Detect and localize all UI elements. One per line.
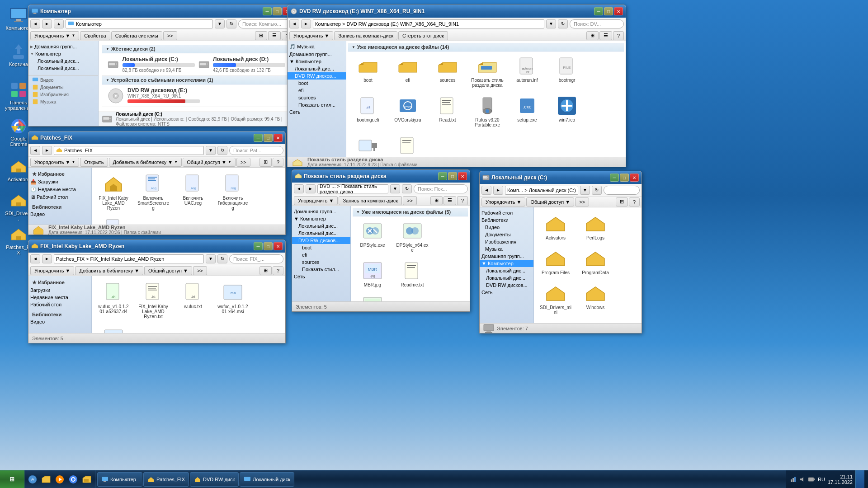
- up-button[interactable]: ▲: [54, 19, 64, 28]
- forward-button[interactable]: ►: [42, 19, 52, 28]
- forward-button[interactable]: ►: [306, 184, 316, 193]
- minimize-button[interactable]: ─: [263, 7, 272, 15]
- sidebar-local-c[interactable]: Локальный дис...: [480, 267, 533, 274]
- patches-item-1[interactable]: .reg Включить SmartScreen.reg: [135, 171, 171, 212]
- dvd-item-boot[interactable]: boot: [350, 53, 386, 89]
- sidebar-music[interactable]: 🎵 Музыка: [288, 43, 346, 51]
- sidebar-efi[interactable]: efi: [292, 251, 350, 258]
- sidebar-images[interactable]: Изображения: [480, 238, 533, 245]
- drive-dvd[interactable]: DVD RW дисковод (E:) WIN7_X86_X64_RU_9IN…: [102, 84, 291, 107]
- kaby-item-3[interactable]: .msi wufuc_v1.0.1.201-x64.msi: [215, 280, 251, 321]
- sidebar-local-c[interactable]: Локальный дис...: [288, 65, 346, 72]
- address-go-button[interactable]: ▼: [580, 186, 590, 195]
- view-options-button[interactable]: ⊞: [255, 31, 267, 40]
- sidebar-video[interactable]: Видео: [480, 224, 533, 231]
- forward-button[interactable]: ►: [42, 146, 52, 155]
- back-button[interactable]: ◄: [289, 19, 299, 28]
- sidebar-sources[interactable]: sources: [288, 94, 346, 101]
- organize-button[interactable]: Упорядочить ▼: [30, 31, 79, 40]
- taskbar-item-2[interactable]: DVD RW диск: [190, 472, 239, 487]
- dvd-item-win7ico[interactable]: win7.ico: [549, 93, 585, 129]
- open-button[interactable]: Открыть: [80, 158, 108, 167]
- system-properties-button[interactable]: Свойства системы: [111, 31, 162, 40]
- close-button[interactable]: ✕: [274, 242, 283, 250]
- sidebar-computer[interactable]: ▼ Компьютер: [480, 260, 533, 267]
- dvd-item-autorun[interactable]: autorun.inf autorun.inf: [509, 53, 545, 89]
- dvd-item-setup[interactable]: .exe setup.exe: [509, 93, 545, 129]
- kaby-item-2[interactable]: .txt wufuc.txt: [175, 280, 211, 321]
- organize-button[interactable]: Упорядочить ▼: [294, 196, 338, 205]
- sidebar-recent[interactable]: Недавние места: [28, 294, 91, 301]
- taskbar-chrome-button[interactable]: [67, 473, 80, 486]
- maximize-button[interactable]: □: [264, 242, 273, 250]
- minimize-button[interactable]: ─: [254, 242, 263, 250]
- address-box[interactable]: Patches_FIX > FIX_Intel Kaby Lake_AMD Ry…: [54, 254, 204, 263]
- refresh-button[interactable]: ↻: [402, 184, 412, 193]
- maximize-button[interactable]: □: [273, 7, 282, 15]
- sidebar-local-d[interactable]: Локальный диск...: [28, 65, 98, 72]
- view-button[interactable]: ⊞: [259, 158, 272, 167]
- localc-item-sdi[interactable]: SDI_Drivers_mini: [538, 281, 574, 317]
- properties-button[interactable]: Свойства: [80, 31, 110, 40]
- view-button[interactable]: ⊞: [616, 197, 628, 206]
- sidebar-computer[interactable]: ▼ Компьютер: [292, 215, 350, 222]
- sidebar-desktop[interactable]: 🖥 Рабочий стол: [28, 193, 91, 201]
- help-button[interactable]: ?: [629, 197, 640, 206]
- maximize-button[interactable]: □: [264, 134, 273, 142]
- dvd-item-about[interactable]: О Windows 7 9in1.txt: [390, 133, 426, 157]
- kaby-item-4[interactable]: .msi wufuc_v1.0.1.201-x86.msi: [95, 324, 132, 333]
- address-go-button[interactable]: ▼: [215, 19, 225, 28]
- back-button[interactable]: ◄: [30, 254, 40, 263]
- sidebar-dvd[interactable]: DVD RW дисков...: [480, 282, 533, 289]
- kaby-item-0[interactable]: .d4 wufuc_v1.0.1.201-a52637.d4: [95, 280, 132, 321]
- sidebar-desktop[interactable]: Рабочий стол: [480, 209, 533, 216]
- address-go-button[interactable]: ▼: [206, 146, 216, 155]
- dvd-item-bootmgr[interactable]: FILE bootmgr: [549, 53, 585, 89]
- search-box[interactable]: Поиск: DV...: [570, 19, 624, 28]
- maximize-button[interactable]: □: [620, 174, 629, 182]
- sidebar-homegroup[interactable]: Домашняя групп...: [480, 253, 533, 260]
- show-desktop-button[interactable]: [855, 470, 864, 488]
- add-library-button[interactable]: Добавить в библиотеку ▼: [75, 266, 143, 275]
- burn-button[interactable]: Запись на компакт-диск: [339, 196, 402, 205]
- more-button[interactable]: >>: [236, 158, 250, 167]
- dvd-item-ovgorskiy[interactable]: www OVGorskiy.ru: [390, 93, 426, 129]
- more-button[interactable]: >>: [403, 196, 417, 205]
- sidebar-music[interactable]: Музыка: [480, 245, 533, 253]
- patches-item-0[interactable]: FIX_Intel Kaby Lake_AMD Ryzen: [95, 171, 132, 212]
- ss-item-readme[interactable]: Readme.txt: [394, 258, 430, 289]
- help-button[interactable]: ?: [273, 266, 283, 275]
- address-box[interactable]: Компьютер: [66, 19, 213, 28]
- sidebar-boot[interactable]: boot: [288, 80, 346, 87]
- minimize-button[interactable]: ─: [438, 172, 447, 180]
- forward-button[interactable]: ►: [493, 186, 503, 195]
- start-button[interactable]: ⊞: [0, 470, 24, 488]
- sidebar-downloads[interactable]: 📥 Загрузки: [28, 178, 91, 186]
- dvd-item-sources[interactable]: sources: [429, 53, 466, 89]
- close-button[interactable]: ✕: [274, 134, 283, 142]
- sidebar-dvd[interactable]: DVD RW дисков...: [288, 72, 346, 80]
- organize-button[interactable]: Упорядочить ▼: [30, 158, 79, 167]
- localc-item-perflogs[interactable]: PerfLogs: [577, 211, 613, 242]
- sidebar-show-style[interactable]: Показать стил...: [288, 101, 346, 108]
- organize-button[interactable]: Упорядочить ▼: [481, 197, 525, 206]
- back-button[interactable]: ◄: [30, 19, 40, 28]
- ss-item-dpstyle[interactable]: DPStyle.exe: [354, 218, 391, 254]
- address-box[interactable]: DVD ... > Показать стиль раздела диска: [317, 184, 388, 193]
- localc-item-programfiles[interactable]: Program Files: [538, 246, 574, 277]
- refresh-button[interactable]: ↻: [592, 186, 602, 195]
- sidebar-docs[interactable]: Документы: [480, 231, 533, 238]
- search-box[interactable]: Поиск: Пок...: [414, 184, 468, 193]
- sidebar-local-c[interactable]: Локальный дис...: [292, 222, 350, 230]
- forward-button[interactable]: ►: [301, 19, 311, 28]
- close-button[interactable]: ✕: [630, 174, 639, 182]
- ss-item-mbr[interactable]: MBR.jpg MBR.jpg: [354, 258, 391, 289]
- forward-button[interactable]: ►: [42, 254, 52, 263]
- more-button[interactable]: >>: [163, 31, 177, 40]
- patches-item-3[interactable]: .reg Включить Гибернация.reg: [215, 171, 251, 212]
- search-box[interactable]: Поиск: Компью...: [238, 19, 292, 28]
- view-list-button[interactable]: ☰: [268, 31, 281, 40]
- dvd-item-rufus[interactable]: Rufus v3.20 Portable.exe: [469, 93, 505, 129]
- sidebar-local-d[interactable]: Локальный дис...: [292, 230, 350, 237]
- share-button[interactable]: Общий доступ ▼: [526, 197, 574, 206]
